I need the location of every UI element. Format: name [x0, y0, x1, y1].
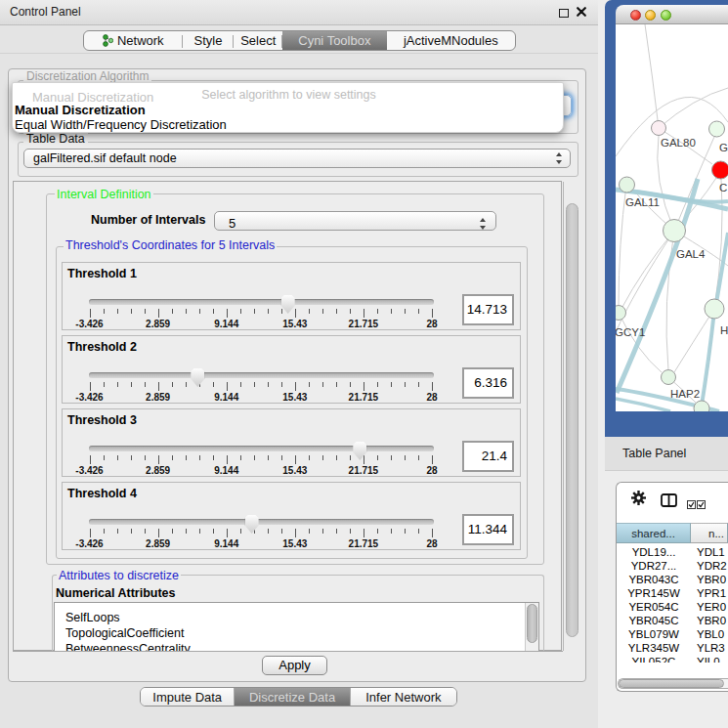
tab-cyni-toolbox[interactable]: Cyni Toolbox [282, 31, 387, 50]
slider-tick-label: 2.859 [137, 319, 180, 329]
number-of-intervals-combo[interactable]: 5 [214, 211, 496, 231]
threshold-slider-thumb[interactable] [191, 368, 204, 387]
tab-jactivemnodules[interactable]: jActiveMNodules [387, 31, 515, 50]
slider-tick-label: -3.426 [68, 392, 111, 403]
table-row[interactable]: YBR043CYBR0 [617, 573, 728, 586]
cell-shared-name: YBR045C [617, 614, 691, 627]
discretization-algorithm-title: Discretization Algorithm [23, 69, 151, 83]
table-data-combo[interactable]: galFiltered.sif default node [23, 149, 571, 168]
tab-select[interactable]: Select [234, 31, 282, 50]
bottom-tab-impute-data[interactable]: Impute Data [141, 688, 235, 706]
threshold-slider-thumb[interactable] [281, 295, 295, 314]
threshold-value-field[interactable]: 11.344 [462, 514, 514, 545]
threshold-value-field[interactable]: 6.316 [462, 367, 514, 399]
threshold-value-field[interactable]: 14.713 [462, 294, 514, 325]
slider-tick [350, 529, 351, 534]
vertical-scrollbar-thumb[interactable] [566, 203, 578, 637]
tab-label: Cyni Toolbox [298, 33, 370, 48]
slider-tick [432, 455, 433, 464]
threshold-panel-2: Threshold 2-3.4262.8599.14415.4321.71528… [62, 335, 521, 404]
tab-label: Style [193, 33, 222, 48]
network-node[interactable] [705, 299, 724, 319]
minimize-traffic-light-icon[interactable] [645, 10, 656, 21]
attribute-item[interactable]: TopologicalCoefficient [55, 625, 538, 641]
numerical-attributes-label: Numerical Attributes [56, 586, 175, 600]
slider-tick [295, 529, 296, 537]
threshold-value-field[interactable]: 21.4 [462, 441, 514, 472]
close-icon[interactable] [577, 4, 586, 21]
slider-tick [213, 382, 214, 387]
slider-tick [254, 382, 255, 387]
algorithm-option-equal-width[interactable]: Equal Width/Frequency Discretization [15, 117, 552, 132]
tab-style[interactable]: Style [183, 31, 235, 50]
slider-tick [405, 309, 406, 314]
cell-shared-name: YBR043C [617, 573, 691, 586]
threshold-slider-track[interactable] [89, 372, 434, 378]
gear-icon[interactable] [631, 491, 646, 509]
attribute-item[interactable]: SelfLoops [55, 610, 538, 625]
network-node[interactable] [662, 370, 676, 385]
tab-content-divider [0, 53, 598, 54]
slider-tick [281, 382, 282, 387]
attributes-scrollbar-thumb[interactable] [527, 604, 537, 643]
algorithm-combo-value: Manual Discretization [32, 90, 153, 105]
slider-tick [295, 382, 296, 391]
threshold-slider-track[interactable] [89, 519, 434, 525]
slider-tick [405, 455, 406, 460]
algorithm-option-manual[interactable]: Manual Discretization [15, 103, 552, 117]
table-header-shared-name[interactable]: shared... [617, 523, 691, 543]
slider-tick [227, 529, 228, 537]
columns-icon[interactable] [661, 493, 677, 511]
slider-tick [281, 529, 282, 534]
slider-tick [418, 309, 419, 314]
cell-shared-name: YLR345W [617, 641, 691, 655]
horizontal-scrollbar-thumb[interactable] [619, 679, 724, 688]
network-node[interactable] [709, 121, 725, 137]
column-checkboxes-icon[interactable] [687, 495, 706, 513]
network-node[interactable] [616, 306, 626, 321]
network-node[interactable] [694, 401, 709, 411]
table-row[interactable]: YPR145WYPR1 [617, 586, 728, 600]
close-traffic-light-icon[interactable] [630, 10, 641, 21]
table-row[interactable]: YDR27...YDR2 [617, 559, 728, 573]
table-row[interactable]: YBL079WYBL0 [617, 627, 728, 641]
network-node[interactable] [664, 220, 686, 242]
threshold-slider-thumb[interactable] [245, 515, 259, 534]
zoom-traffic-light-icon[interactable] [661, 10, 671, 21]
network-node[interactable] [652, 121, 666, 136]
slider-tick [186, 309, 187, 314]
slider-tick [240, 382, 241, 387]
threshold-slider-track[interactable] [89, 299, 434, 305]
slider-tick [322, 455, 323, 460]
network-icon [103, 34, 113, 47]
float-window-icon[interactable] [559, 9, 569, 18]
slider-tick-label: 2.859 [137, 465, 180, 476]
table-header-name[interactable]: n... [691, 523, 728, 543]
slider-tick [158, 455, 159, 464]
network-canvas[interactable]: GAL80GACGAL11GAL4GCY1HHAP2 [616, 24, 728, 411]
network-node-label: HAP2 [670, 388, 700, 400]
table-row[interactable]: YIL052CYIL0 [617, 655, 728, 663]
slider-tick-label: 21.715 [342, 538, 385, 549]
slider-tick [186, 529, 187, 534]
table-row[interactable]: YER054CYER0 [617, 600, 728, 614]
slider-tick [158, 529, 159, 537]
table-row[interactable]: YBR045CYBR0 [617, 614, 728, 627]
network-node[interactable] [620, 177, 635, 193]
bottom-tab-discretize-data[interactable]: Discretize Data [235, 688, 349, 706]
threshold-slider-track[interactable] [89, 446, 434, 451]
bottom-tab-infer-network[interactable]: Infer Network [350, 688, 456, 706]
apply-button[interactable]: Apply [262, 656, 327, 675]
slider-tick [281, 309, 282, 314]
numerical-attributes-list: SelfLoopsTopologicalCoefficientBetweenne… [54, 602, 539, 652]
slider-tick [158, 382, 159, 391]
network-node[interactable] [712, 161, 728, 179]
slider-tick-label: 15.43 [274, 319, 317, 329]
threshold-slider-thumb[interactable] [353, 442, 366, 460]
cell-name: YBR0 [691, 614, 728, 627]
tab-network[interactable]: Network [84, 31, 183, 50]
table-row[interactable]: YDL19...YDL1 [617, 545, 728, 559]
slider-tick [322, 382, 323, 387]
slider-tick [350, 455, 351, 460]
table-row[interactable]: YLR345WYLR3 [617, 641, 728, 655]
